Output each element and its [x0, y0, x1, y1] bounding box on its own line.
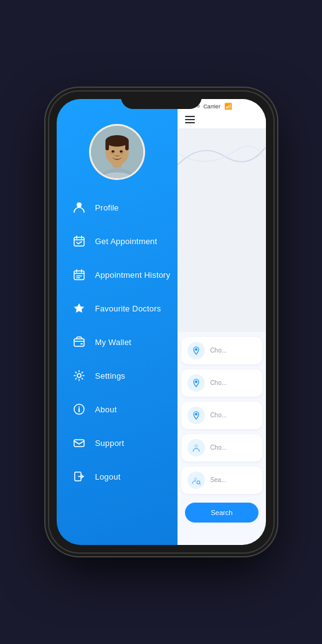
- avatar-section: [57, 99, 178, 191]
- sidebar-item-profile[interactable]: Profile: [63, 191, 178, 224]
- sidebar-item-appointment-history[interactable]: Appointment History: [63, 258, 178, 291]
- wifi-icon: 📶: [224, 103, 232, 110]
- right-panel: Carrier 📶: [178, 99, 265, 545]
- content-item-4[interactable]: Cho...: [181, 434, 262, 462]
- phone-wrapper: Profile Get A: [0, 0, 322, 644]
- svg-point-33: [195, 413, 197, 415]
- person-icon: [70, 199, 88, 216]
- hamburger-line-1: [185, 116, 195, 117]
- content-item-label-5: Sea...: [210, 476, 255, 483]
- gear-icon: [70, 367, 88, 384]
- calendar-check-icon: [70, 232, 88, 250]
- sidebar-item-label: Support: [95, 438, 125, 448]
- sidebar-item-logout[interactable]: Logout: [63, 460, 178, 493]
- svg-rect-13: [74, 237, 84, 246]
- svg-rect-17: [74, 271, 84, 280]
- sidebar-item-label: Logout: [95, 472, 121, 481]
- logout-icon: [70, 468, 88, 485]
- svg-rect-23: [74, 339, 84, 346]
- svg-rect-5: [105, 141, 109, 150]
- info-icon: [70, 400, 88, 418]
- svg-line-37: [200, 483, 201, 485]
- sidebar: Profile Get A: [57, 99, 178, 545]
- hamburger-bar: [178, 112, 265, 128]
- carrier-label: Carrier: [203, 103, 220, 110]
- content-item-1[interactable]: Cho...: [181, 337, 262, 364]
- content-item-label-1: Cho...: [210, 347, 255, 354]
- content-item-2[interactable]: Cho...: [181, 369, 262, 397]
- svg-point-27: [78, 407, 80, 408]
- content-area: Cho... Cho...: [178, 332, 265, 546]
- svg-point-10: [120, 150, 123, 153]
- location-pin-icon-3: [187, 407, 205, 424]
- sidebar-item-favourite-doctors[interactable]: Favourite Doctors: [63, 292, 178, 324]
- svg-point-9: [111, 150, 115, 153]
- svg-point-34: [195, 444, 198, 447]
- notch: [121, 92, 202, 109]
- envelope-icon: [70, 434, 88, 452]
- phone-frame: Profile Get A: [49, 92, 273, 552]
- svg-rect-28: [74, 440, 84, 447]
- svg-rect-6: [125, 141, 129, 150]
- content-item-label-3: Cho...: [210, 412, 255, 419]
- menu-list: Profile Get A: [57, 191, 178, 494]
- content-item-label-4: Cho...: [210, 444, 255, 451]
- avatar: [89, 124, 145, 180]
- content-item-label-2: Cho...: [210, 379, 255, 386]
- svg-point-12: [77, 202, 82, 207]
- content-item-3[interactable]: Cho...: [181, 402, 262, 429]
- hamburger-line-2: [185, 119, 195, 120]
- location-pin-icon-1: [187, 342, 205, 359]
- sidebar-item-support[interactable]: Support: [63, 427, 178, 459]
- svg-point-35: [194, 478, 197, 480]
- calendar-history-icon: [70, 266, 88, 283]
- cta-button[interactable]: Search: [185, 503, 258, 523]
- map-area: [178, 128, 265, 332]
- star-icon: [70, 300, 88, 317]
- sidebar-item-label: Profile: [95, 203, 119, 212]
- sidebar-item-about[interactable]: About: [63, 393, 178, 425]
- svg-point-32: [195, 381, 197, 383]
- doctor-icon: [187, 439, 205, 457]
- wallet-icon: [70, 333, 88, 351]
- sidebar-item-label: Appointment History: [95, 270, 171, 280]
- sidebar-item-label: My Wallet: [95, 338, 131, 347]
- sidebar-item-my-wallet[interactable]: My Wallet: [63, 326, 178, 358]
- hamburger-line-3: [185, 122, 195, 123]
- sidebar-item-label: Settings: [95, 371, 126, 381]
- sidebar-item-settings[interactable]: Settings: [63, 359, 178, 392]
- location-pin-icon-2: [187, 374, 205, 392]
- hamburger-button[interactable]: [185, 116, 195, 123]
- sidebar-item-label: Favourite Doctors: [95, 304, 161, 313]
- sidebar-item-label: Get Appointment: [95, 237, 158, 246]
- svg-point-31: [195, 348, 197, 351]
- phone-screen: Profile Get A: [57, 99, 266, 545]
- svg-point-24: [77, 374, 81, 377]
- sidebar-item-get-appointment[interactable]: Get Appointment: [63, 225, 178, 257]
- sidebar-item-label: About: [95, 405, 117, 414]
- content-item-5[interactable]: Sea...: [181, 466, 262, 494]
- search-person-icon: [187, 471, 205, 489]
